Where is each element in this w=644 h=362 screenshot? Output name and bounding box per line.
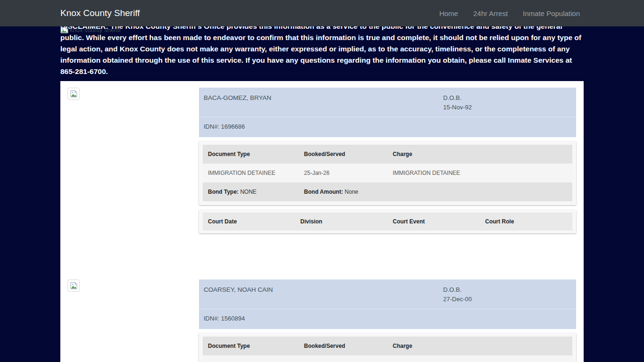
charge-value: IMMIGRATION DETAINEE <box>388 164 572 182</box>
idn-value: 1560894 <box>221 315 245 322</box>
dob-value: 27-Dec-00 <box>443 295 571 304</box>
mugshot-broken-image <box>67 88 80 100</box>
document-type-value: IMMIGRATION DETAINEE <box>203 164 299 182</box>
col-division: Division <box>295 213 388 230</box>
court-header-row: Court Date Division Court Event Court Ro… <box>203 213 572 230</box>
idn-value: 1696686 <box>221 123 245 130</box>
bond-amount-value: None <box>345 189 358 195</box>
navbar-links: Home 24hr Arrest Inmate Population <box>428 9 584 17</box>
navbar-brand[interactable]: Knox County Sheriff <box>60 8 140 18</box>
top-navbar: Knox County Sheriff Home 24hr Arrest Inm… <box>0 0 644 26</box>
dob-label: D.O.B. <box>443 285 571 295</box>
documents-table-card: Document Type Booked/Served Charge <box>199 333 576 362</box>
documents-header-row: Document Type Booked/Served Charge <box>203 337 572 355</box>
inmate-dob-block: D.O.B. 15-Nov-92 <box>443 93 571 112</box>
bond-amount-label: Bond Amount: <box>304 189 343 195</box>
disclaimer-text: knox county sheriff DISCLAIMER: The Knox… <box>60 21 584 81</box>
inmate-name: COARSEY, NOAH CAIN <box>204 285 273 304</box>
documents-table-card: Document Type Booked/Served Charge IMMIG… <box>199 141 576 205</box>
documents-table: Document Type Booked/Served Charge <box>203 337 572 355</box>
bond-type-label: Bond Type: <box>208 189 239 195</box>
idn-label: IDN#: <box>204 315 219 322</box>
col-booked-served: Booked/Served <box>299 145 388 164</box>
inmate-idn-row: IDN#: 1696686 <box>199 117 576 137</box>
nav-link-inmate-population[interactable]: Inmate Population <box>519 9 584 17</box>
inmate-card-header: COARSEY, NOAH CAIN D.O.B. 27-Dec-00 <box>199 280 576 309</box>
inmate-card: BACA-GOMEZ, BRYAN D.O.B. 15-Nov-92 IDN#:… <box>199 88 576 233</box>
inmate-record: BACA-GOMEZ, BRYAN D.O.B. 15-Nov-92 IDN#:… <box>60 88 576 233</box>
idn-label: IDN#: <box>204 123 219 130</box>
dob-value: 15-Nov-92 <box>443 103 571 112</box>
disclaimer-body: DISCLAIMER: The Knox County Sheriff's Of… <box>60 22 581 75</box>
broken-image-icon <box>60 27 68 33</box>
documents-header-row: Document Type Booked/Served Charge <box>203 145 572 164</box>
nav-link-24hr-arrest[interactable]: 24hr Arrest <box>470 9 512 17</box>
documents-table: Document Type Booked/Served Charge IMMIG… <box>203 145 572 201</box>
col-document-type: Document Type <box>203 337 299 355</box>
document-row: IMMIGRATION DETAINEE 25-Jan-26 IMMIGRATI… <box>203 164 572 182</box>
inmate-name: BACA-GOMEZ, BRYAN <box>204 93 272 112</box>
col-charge: Charge <box>388 145 572 164</box>
col-charge: Charge <box>388 337 572 355</box>
court-table-card: Court Date Division Court Event Court Ro… <box>199 210 576 233</box>
dob-label: D.O.B. <box>443 93 571 103</box>
col-court-role: Court Role <box>480 213 572 230</box>
col-document-type: Document Type <box>203 145 299 164</box>
clipped-data-row <box>203 355 572 362</box>
col-court-date: Court Date <box>203 213 295 230</box>
inmate-list: BACA-GOMEZ, BRYAN D.O.B. 15-Nov-92 IDN#:… <box>60 81 584 362</box>
inmate-card: COARSEY, NOAH CAIN D.O.B. 27-Dec-00 IDN#… <box>199 280 576 362</box>
broken-image-icon <box>70 90 77 98</box>
bond-type-value: NONE <box>240 189 256 195</box>
inmate-dob-block: D.O.B. 27-Dec-00 <box>443 285 571 304</box>
bond-row: Bond Type: NONE Bond Amount: None <box>203 182 572 201</box>
inmate-record: COARSEY, NOAH CAIN D.O.B. 27-Dec-00 IDN#… <box>60 280 576 362</box>
court-table: Court Date Division Court Event Court Ro… <box>203 213 572 230</box>
col-court-event: Court Event <box>388 213 480 230</box>
inmate-idn-row: IDN#: 1560894 <box>199 309 576 329</box>
mugshot-broken-image <box>67 280 80 292</box>
booked-served-value: 25-Jan-26 <box>299 164 388 182</box>
inmate-card-header: BACA-GOMEZ, BRYAN D.O.B. 15-Nov-92 <box>199 88 576 117</box>
broken-image-icon <box>70 282 77 289</box>
col-booked-served: Booked/Served <box>299 337 388 355</box>
disclaimer-section: knox county sheriff DISCLAIMER: The Knox… <box>0 21 644 81</box>
nav-link-home[interactable]: Home <box>436 9 462 17</box>
